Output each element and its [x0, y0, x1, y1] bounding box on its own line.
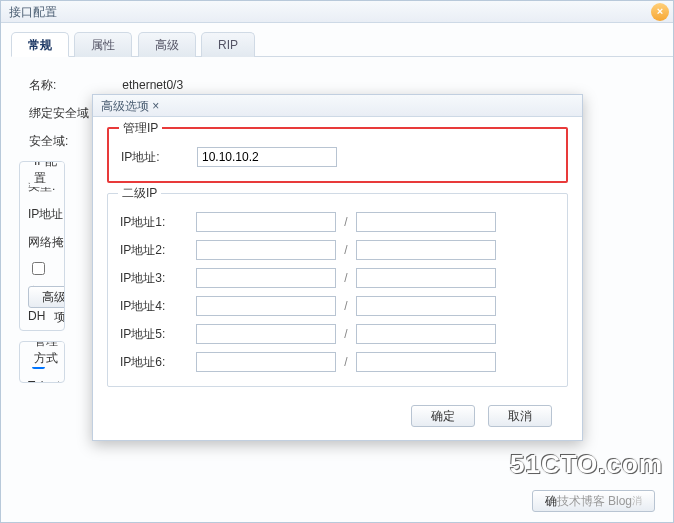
tab-general[interactable]: 常规: [11, 32, 69, 57]
mask-label: 网络掩码:: [28, 228, 65, 256]
dialog-close-icon[interactable]: ×: [152, 99, 159, 113]
ip-row-3: IP地址3: /: [120, 264, 555, 292]
mgmt-ip-input[interactable]: [197, 147, 337, 167]
ip-config-legend: IP配置: [30, 161, 64, 187]
dhcp-checkbox[interactable]: [32, 262, 45, 275]
ip2-a-input[interactable]: [196, 240, 336, 260]
ip4-label: IP地址4:: [120, 292, 196, 320]
ip3-b-input[interactable]: [356, 268, 496, 288]
dialog-title: 高级选项: [101, 99, 149, 113]
ip6-b-input[interactable]: [356, 352, 496, 372]
mgmt-legend: 管理方式: [30, 341, 64, 367]
tab-attributes[interactable]: 属性: [74, 32, 132, 57]
watermark-line1: 51CTO.com: [510, 449, 663, 480]
slash-separator: /: [336, 264, 356, 292]
ip4-a-input[interactable]: [196, 296, 336, 316]
interface-config-window: 接口配置 × 常规 属性 高级 RIP 名称: ethernet0/3 绑定安全…: [0, 0, 674, 523]
ip5-b-input[interactable]: [356, 324, 496, 344]
telnet-label: Telnet: [28, 379, 60, 383]
ip6-a-input[interactable]: [196, 352, 336, 372]
ip2-b-input[interactable]: [356, 240, 496, 260]
dialog-title-bar: 高级选项 ×: [93, 95, 582, 117]
ip-row-5: IP地址5: /: [120, 320, 555, 348]
ip-row-6: IP地址6: /: [120, 348, 555, 376]
ip-row-2: IP地址2: /: [120, 236, 555, 264]
secondary-ip-legend: 二级IP: [118, 185, 161, 202]
tab-bar: 常规 属性 高级 RIP: [11, 31, 673, 57]
watermark-overlap: 技术博客 Blog: [557, 494, 632, 508]
mgmt-fieldset: 管理方式 Telnet: [19, 341, 65, 383]
mgmt-ip-fieldset: 管理IP IP地址:: [107, 127, 568, 183]
ip1-a-input[interactable]: [196, 212, 336, 232]
ip3-label: IP地址3:: [120, 264, 196, 292]
slash-separator: /: [336, 236, 356, 264]
dialog-body: 管理IP IP地址: 二级IP IP地址1: / IP地址2: /: [93, 117, 582, 437]
ip6-label: IP地址6:: [120, 348, 196, 376]
tab-advanced[interactable]: 高级: [138, 32, 196, 57]
dialog-button-bar: 确定 取消: [107, 397, 568, 427]
mgmt-ip-label: IP地址:: [121, 143, 197, 171]
slash-separator: /: [336, 208, 356, 236]
ip5-label: IP地址5:: [120, 320, 196, 348]
footer-button-area: 确技术博客 Blog消: [532, 490, 655, 512]
ip4-b-input[interactable]: [356, 296, 496, 316]
ip1-b-input[interactable]: [356, 212, 496, 232]
mgmt-ip-legend: 管理IP: [119, 120, 162, 137]
dialog-cancel-button[interactable]: 取消: [488, 405, 552, 427]
window-title: 接口配置: [9, 5, 57, 19]
ip3-a-input[interactable]: [196, 268, 336, 288]
tab-rip[interactable]: RIP: [201, 32, 255, 57]
close-icon[interactable]: ×: [651, 3, 669, 21]
ip-label: IP地址:: [28, 200, 65, 228]
window-title-bar: 接口配置 ×: [1, 1, 673, 23]
ip1-label: IP地址1:: [120, 208, 196, 236]
ip5-a-input[interactable]: [196, 324, 336, 344]
main-ok-button[interactable]: 确技术博客 Blog消: [532, 490, 655, 512]
secondary-ip-fieldset: 二级IP IP地址1: / IP地址2: / IP地址3: /: [107, 193, 568, 387]
ip-row-4: IP地址4: /: [120, 292, 555, 320]
advanced-options-button[interactable]: 高级选项: [28, 286, 65, 308]
slash-separator: /: [336, 320, 356, 348]
dialog-ok-button[interactable]: 确定: [411, 405, 475, 427]
ip-row-1: IP地址1: /: [120, 208, 555, 236]
slash-separator: /: [336, 348, 356, 376]
main-ok-overlap: 确: [545, 494, 557, 508]
slash-separator: /: [336, 292, 356, 320]
advanced-options-dialog: 高级选项 × 管理IP IP地址: 二级IP IP地址1: /: [92, 94, 583, 441]
watermark: 51CTO.com: [510, 449, 663, 480]
ip-config-fieldset: IP配置 类型: IP地址: 网络掩码: 启用DH 高级选项: [19, 161, 65, 331]
ip2-label: IP地址2:: [120, 236, 196, 264]
